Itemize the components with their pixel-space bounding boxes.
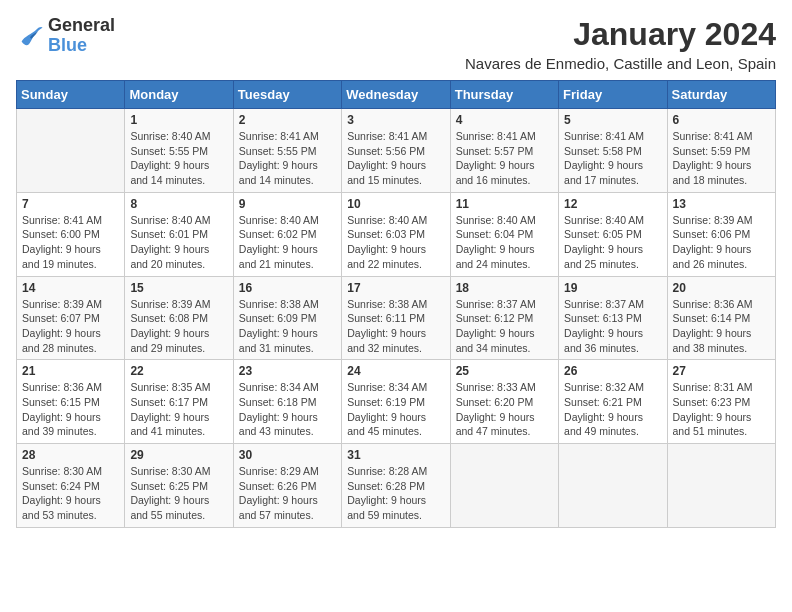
calendar-cell bbox=[667, 444, 775, 528]
day-number: 4 bbox=[456, 113, 553, 127]
day-number: 8 bbox=[130, 197, 227, 211]
day-number: 25 bbox=[456, 364, 553, 378]
day-number: 2 bbox=[239, 113, 336, 127]
day-number: 12 bbox=[564, 197, 661, 211]
calendar-cell: 24Sunrise: 8:34 AM Sunset: 6:19 PM Dayli… bbox=[342, 360, 450, 444]
calendar-cell: 4Sunrise: 8:41 AM Sunset: 5:57 PM Daylig… bbox=[450, 109, 558, 193]
day-number: 18 bbox=[456, 281, 553, 295]
weekday-header-sunday: Sunday bbox=[17, 81, 125, 109]
calendar-cell: 12Sunrise: 8:40 AM Sunset: 6:05 PM Dayli… bbox=[559, 192, 667, 276]
calendar-cell: 14Sunrise: 8:39 AM Sunset: 6:07 PM Dayli… bbox=[17, 276, 125, 360]
cell-content: Sunrise: 8:40 AM Sunset: 6:03 PM Dayligh… bbox=[347, 213, 444, 272]
cell-content: Sunrise: 8:35 AM Sunset: 6:17 PM Dayligh… bbox=[130, 380, 227, 439]
calendar-cell: 5Sunrise: 8:41 AM Sunset: 5:58 PM Daylig… bbox=[559, 109, 667, 193]
calendar-cell: 30Sunrise: 8:29 AM Sunset: 6:26 PM Dayli… bbox=[233, 444, 341, 528]
cell-content: Sunrise: 8:28 AM Sunset: 6:28 PM Dayligh… bbox=[347, 464, 444, 523]
cell-content: Sunrise: 8:32 AM Sunset: 6:21 PM Dayligh… bbox=[564, 380, 661, 439]
day-number: 22 bbox=[130, 364, 227, 378]
month-title: January 2024 bbox=[465, 16, 776, 53]
logo-bird-icon bbox=[16, 22, 44, 50]
cell-content: Sunrise: 8:41 AM Sunset: 5:56 PM Dayligh… bbox=[347, 129, 444, 188]
calendar-cell: 2Sunrise: 8:41 AM Sunset: 5:55 PM Daylig… bbox=[233, 109, 341, 193]
calendar-cell: 17Sunrise: 8:38 AM Sunset: 6:11 PM Dayli… bbox=[342, 276, 450, 360]
cell-content: Sunrise: 8:36 AM Sunset: 6:15 PM Dayligh… bbox=[22, 380, 119, 439]
calendar-cell: 16Sunrise: 8:38 AM Sunset: 6:09 PM Dayli… bbox=[233, 276, 341, 360]
day-number: 26 bbox=[564, 364, 661, 378]
calendar-cell: 21Sunrise: 8:36 AM Sunset: 6:15 PM Dayli… bbox=[17, 360, 125, 444]
cell-content: Sunrise: 8:34 AM Sunset: 6:18 PM Dayligh… bbox=[239, 380, 336, 439]
cell-content: Sunrise: 8:36 AM Sunset: 6:14 PM Dayligh… bbox=[673, 297, 770, 356]
calendar-cell: 10Sunrise: 8:40 AM Sunset: 6:03 PM Dayli… bbox=[342, 192, 450, 276]
day-number: 11 bbox=[456, 197, 553, 211]
day-number: 1 bbox=[130, 113, 227, 127]
day-number: 23 bbox=[239, 364, 336, 378]
calendar-cell: 9Sunrise: 8:40 AM Sunset: 6:02 PM Daylig… bbox=[233, 192, 341, 276]
weekday-header-thursday: Thursday bbox=[450, 81, 558, 109]
day-number: 30 bbox=[239, 448, 336, 462]
cell-content: Sunrise: 8:39 AM Sunset: 6:06 PM Dayligh… bbox=[673, 213, 770, 272]
day-number: 5 bbox=[564, 113, 661, 127]
cell-content: Sunrise: 8:41 AM Sunset: 5:59 PM Dayligh… bbox=[673, 129, 770, 188]
day-number: 6 bbox=[673, 113, 770, 127]
weekday-header-friday: Friday bbox=[559, 81, 667, 109]
cell-content: Sunrise: 8:37 AM Sunset: 6:13 PM Dayligh… bbox=[564, 297, 661, 356]
calendar-cell: 7Sunrise: 8:41 AM Sunset: 6:00 PM Daylig… bbox=[17, 192, 125, 276]
day-number: 9 bbox=[239, 197, 336, 211]
weekday-header-tuesday: Tuesday bbox=[233, 81, 341, 109]
weekday-header-monday: Monday bbox=[125, 81, 233, 109]
week-row-1: 1Sunrise: 8:40 AM Sunset: 5:55 PM Daylig… bbox=[17, 109, 776, 193]
calendar-cell: 15Sunrise: 8:39 AM Sunset: 6:08 PM Dayli… bbox=[125, 276, 233, 360]
cell-content: Sunrise: 8:40 AM Sunset: 6:04 PM Dayligh… bbox=[456, 213, 553, 272]
day-number: 24 bbox=[347, 364, 444, 378]
logo-blue: Blue bbox=[48, 36, 115, 56]
calendar-cell: 11Sunrise: 8:40 AM Sunset: 6:04 PM Dayli… bbox=[450, 192, 558, 276]
cell-content: Sunrise: 8:37 AM Sunset: 6:12 PM Dayligh… bbox=[456, 297, 553, 356]
cell-content: Sunrise: 8:40 AM Sunset: 6:05 PM Dayligh… bbox=[564, 213, 661, 272]
cell-content: Sunrise: 8:39 AM Sunset: 6:07 PM Dayligh… bbox=[22, 297, 119, 356]
cell-content: Sunrise: 8:40 AM Sunset: 6:02 PM Dayligh… bbox=[239, 213, 336, 272]
logo-text: General Blue bbox=[48, 16, 115, 56]
cell-content: Sunrise: 8:41 AM Sunset: 6:00 PM Dayligh… bbox=[22, 213, 119, 272]
cell-content: Sunrise: 8:30 AM Sunset: 6:25 PM Dayligh… bbox=[130, 464, 227, 523]
day-number: 16 bbox=[239, 281, 336, 295]
calendar-cell: 27Sunrise: 8:31 AM Sunset: 6:23 PM Dayli… bbox=[667, 360, 775, 444]
cell-content: Sunrise: 8:38 AM Sunset: 6:09 PM Dayligh… bbox=[239, 297, 336, 356]
day-number: 29 bbox=[130, 448, 227, 462]
week-row-5: 28Sunrise: 8:30 AM Sunset: 6:24 PM Dayli… bbox=[17, 444, 776, 528]
calendar-cell: 26Sunrise: 8:32 AM Sunset: 6:21 PM Dayli… bbox=[559, 360, 667, 444]
cell-content: Sunrise: 8:40 AM Sunset: 5:55 PM Dayligh… bbox=[130, 129, 227, 188]
week-row-3: 14Sunrise: 8:39 AM Sunset: 6:07 PM Dayli… bbox=[17, 276, 776, 360]
day-number: 28 bbox=[22, 448, 119, 462]
location-title: Navares de Enmedio, Castille and Leon, S… bbox=[465, 55, 776, 72]
calendar-cell: 23Sunrise: 8:34 AM Sunset: 6:18 PM Dayli… bbox=[233, 360, 341, 444]
cell-content: Sunrise: 8:41 AM Sunset: 5:58 PM Dayligh… bbox=[564, 129, 661, 188]
cell-content: Sunrise: 8:39 AM Sunset: 6:08 PM Dayligh… bbox=[130, 297, 227, 356]
cell-content: Sunrise: 8:41 AM Sunset: 5:55 PM Dayligh… bbox=[239, 129, 336, 188]
calendar-cell bbox=[450, 444, 558, 528]
weekday-header-wednesday: Wednesday bbox=[342, 81, 450, 109]
day-number: 14 bbox=[22, 281, 119, 295]
day-number: 17 bbox=[347, 281, 444, 295]
calendar-cell: 19Sunrise: 8:37 AM Sunset: 6:13 PM Dayli… bbox=[559, 276, 667, 360]
day-number: 13 bbox=[673, 197, 770, 211]
cell-content: Sunrise: 8:29 AM Sunset: 6:26 PM Dayligh… bbox=[239, 464, 336, 523]
calendar-cell bbox=[559, 444, 667, 528]
day-number: 21 bbox=[22, 364, 119, 378]
day-number: 10 bbox=[347, 197, 444, 211]
calendar-cell: 13Sunrise: 8:39 AM Sunset: 6:06 PM Dayli… bbox=[667, 192, 775, 276]
calendar-cell: 6Sunrise: 8:41 AM Sunset: 5:59 PM Daylig… bbox=[667, 109, 775, 193]
calendar-table: SundayMondayTuesdayWednesdayThursdayFrid… bbox=[16, 80, 776, 528]
calendar-cell bbox=[17, 109, 125, 193]
day-number: 7 bbox=[22, 197, 119, 211]
logo: General Blue bbox=[16, 16, 115, 56]
week-row-4: 21Sunrise: 8:36 AM Sunset: 6:15 PM Dayli… bbox=[17, 360, 776, 444]
day-number: 31 bbox=[347, 448, 444, 462]
weekday-header-row: SundayMondayTuesdayWednesdayThursdayFrid… bbox=[17, 81, 776, 109]
calendar-cell: 1Sunrise: 8:40 AM Sunset: 5:55 PM Daylig… bbox=[125, 109, 233, 193]
cell-content: Sunrise: 8:40 AM Sunset: 6:01 PM Dayligh… bbox=[130, 213, 227, 272]
calendar-cell: 3Sunrise: 8:41 AM Sunset: 5:56 PM Daylig… bbox=[342, 109, 450, 193]
calendar-cell: 22Sunrise: 8:35 AM Sunset: 6:17 PM Dayli… bbox=[125, 360, 233, 444]
cell-content: Sunrise: 8:34 AM Sunset: 6:19 PM Dayligh… bbox=[347, 380, 444, 439]
weekday-header-saturday: Saturday bbox=[667, 81, 775, 109]
week-row-2: 7Sunrise: 8:41 AM Sunset: 6:00 PM Daylig… bbox=[17, 192, 776, 276]
